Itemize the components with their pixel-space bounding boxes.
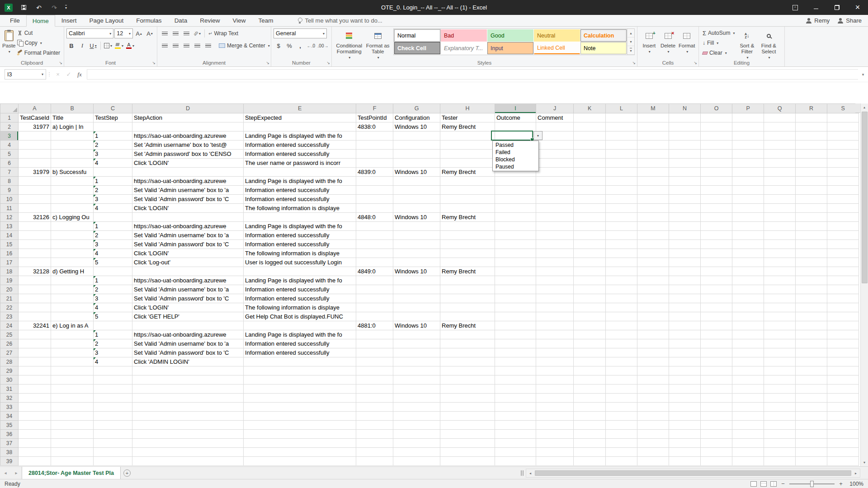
cell-S38[interactable] (827, 448, 859, 457)
cell-S32[interactable] (827, 394, 859, 403)
cell-P29[interactable] (732, 366, 764, 375)
row-header-28[interactable]: 28 (0, 357, 19, 366)
cell-S28[interactable] (827, 357, 859, 366)
cell-O25[interactable] (701, 330, 732, 339)
cell-Q15[interactable] (764, 240, 796, 249)
cell-N14[interactable] (669, 231, 701, 240)
cell-D13[interactable]: https://sao-uat-onboarding.azurewe (132, 222, 244, 231)
gallery-scroll-up-icon[interactable] (627, 29, 634, 38)
cell-G9[interactable] (393, 186, 440, 195)
cell-F24[interactable]: 4881:0 (356, 321, 393, 330)
cell-style-good[interactable]: Good (487, 29, 533, 42)
cell-G38[interactable] (393, 448, 440, 457)
cell-H24[interactable]: Remy Brecht (440, 321, 495, 330)
cell-B27[interactable] (51, 348, 94, 357)
cell-S39[interactable] (827, 457, 859, 466)
cell-D29[interactable] (132, 366, 244, 375)
cell-Q1[interactable] (764, 113, 796, 122)
cell-F39[interactable] (356, 457, 393, 466)
cell-I27[interactable] (495, 348, 536, 357)
cell-J20[interactable] (536, 285, 574, 294)
cell-E37[interactable] (244, 439, 356, 448)
cell-F18[interactable]: 4849:0 (356, 267, 393, 276)
cell-L28[interactable] (606, 357, 637, 366)
cut-button[interactable]: Cut (16, 28, 61, 38)
cell-J6[interactable] (536, 159, 574, 168)
sheet-tab[interactable]: 28014;Stor- Age Master Test Pla (22, 467, 121, 479)
cell-G32[interactable] (393, 394, 440, 403)
cell-R15[interactable] (796, 240, 827, 249)
cell-J30[interactable] (536, 375, 574, 385)
cell-C12[interactable] (94, 213, 132, 222)
cell-C4[interactable]: 2 (94, 141, 132, 150)
cell-F14[interactable] (356, 231, 393, 240)
cell-G8[interactable] (393, 177, 440, 186)
cell-K26[interactable] (574, 339, 606, 348)
cell-R7[interactable] (796, 168, 827, 177)
cell-N16[interactable] (669, 249, 701, 258)
cell-H18[interactable]: Remy Brecht (440, 267, 495, 276)
cell-L19[interactable] (606, 276, 637, 285)
cell-G18[interactable]: Windows 10 (393, 267, 440, 276)
cell-I2[interactable] (495, 122, 536, 131)
cell-D31[interactable] (132, 385, 244, 394)
cell-F8[interactable] (356, 177, 393, 186)
cell-B9[interactable] (51, 186, 94, 195)
cell-D17[interactable]: Click 'Log-out' (132, 258, 244, 267)
cell-A9[interactable] (19, 186, 51, 195)
ribbon-tab-file[interactable]: File (4, 15, 26, 26)
cell-C17[interactable]: 5 (94, 258, 132, 267)
cell-Q9[interactable] (764, 186, 796, 195)
cell-O11[interactable] (701, 204, 732, 213)
row-header-34[interactable]: 34 (0, 412, 19, 421)
cell-Q2[interactable] (764, 122, 796, 131)
cell-Q7[interactable] (764, 168, 796, 177)
cell-L38[interactable] (606, 448, 637, 457)
row-header-8[interactable]: 8 (0, 177, 19, 186)
cell-M31[interactable] (637, 385, 669, 394)
cell-E2[interactable] (244, 122, 356, 131)
cell-D22[interactable]: Click 'LOGIN' (132, 303, 244, 312)
font-color-button[interactable] (125, 41, 135, 51)
cell-L2[interactable] (606, 122, 637, 131)
alignment-dialog-launcher[interactable] (266, 61, 269, 65)
cell-G5[interactable] (393, 150, 440, 159)
cell-F36[interactable] (356, 430, 393, 439)
cell-C13[interactable]: 1 (94, 222, 132, 231)
cell-O24[interactable] (701, 321, 732, 330)
cell-G31[interactable] (393, 385, 440, 394)
cell-S14[interactable] (827, 231, 859, 240)
cell-E9[interactable]: Information entered successfully (244, 186, 356, 195)
cell-B19[interactable] (51, 276, 94, 285)
cell-N15[interactable] (669, 240, 701, 249)
horizontal-scrollbar[interactable] (526, 469, 860, 478)
cell-E32[interactable] (244, 394, 356, 403)
cell-Q16[interactable] (764, 249, 796, 258)
cell-I21[interactable] (495, 294, 536, 303)
column-header-N[interactable]: N (669, 104, 701, 113)
cell-I8[interactable] (495, 177, 536, 186)
cell-I19[interactable] (495, 276, 536, 285)
dropdown-option-passed[interactable]: Passed (493, 141, 538, 149)
row-header-23[interactable]: 23 (0, 312, 19, 321)
cell-E36[interactable] (244, 430, 356, 439)
cell-H9[interactable] (440, 186, 495, 195)
cell-C9[interactable]: 2 (94, 186, 132, 195)
cell-K1[interactable] (574, 113, 606, 122)
cell-N22[interactable] (669, 303, 701, 312)
insert-cells-button[interactable]: Insert (640, 28, 659, 55)
cell-N18[interactable] (669, 267, 701, 276)
ribbon-tab-review[interactable]: Review (193, 15, 226, 26)
cell-H34[interactable] (440, 412, 495, 421)
cell-R8[interactable] (796, 177, 827, 186)
cell-I16[interactable] (495, 249, 536, 258)
cell-P28[interactable] (732, 357, 764, 366)
cell-S29[interactable] (827, 366, 859, 375)
cell-R32[interactable] (796, 394, 827, 403)
cell-K10[interactable] (574, 195, 606, 204)
cell-K21[interactable] (574, 294, 606, 303)
cell-F15[interactable] (356, 240, 393, 249)
column-header-K[interactable]: K (574, 104, 606, 113)
cell-B25[interactable] (51, 330, 94, 339)
row-header-19[interactable]: 19 (0, 276, 19, 285)
